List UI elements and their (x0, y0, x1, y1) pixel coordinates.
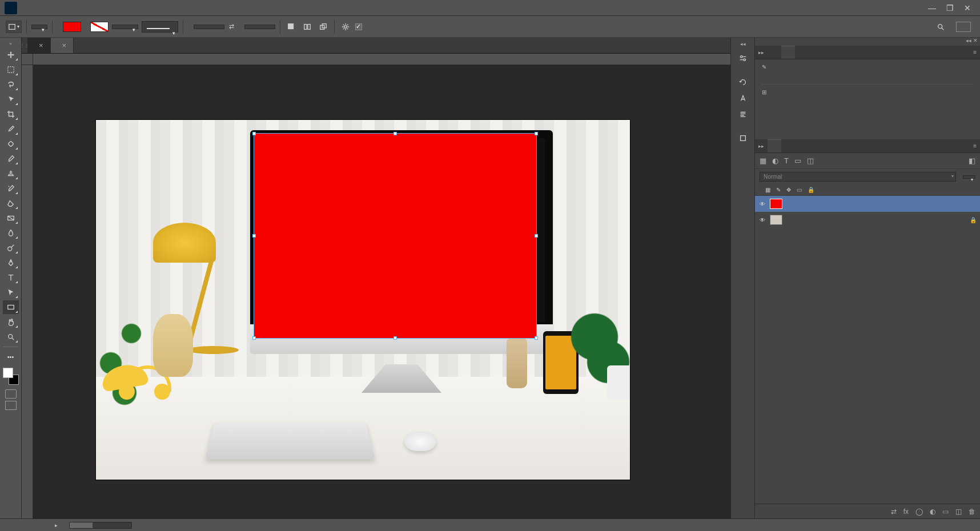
stroke-swatch[interactable] (90, 22, 109, 32)
gradient-tool[interactable] (3, 211, 19, 225)
info-panel-tab[interactable] (781, 46, 795, 59)
layer-visibility-icon[interactable]: 👁 (758, 201, 766, 207)
transform-handle-e[interactable] (535, 234, 538, 238)
history-brush-tool[interactable] (3, 182, 19, 195)
transform-handle-ne[interactable] (535, 132, 538, 135)
tools-collapse-icon[interactable]: » (8, 40, 13, 47)
blur-tool[interactable] (3, 226, 19, 240)
workspace-switcher-icon[interactable] (956, 22, 971, 32)
window-restore-icon[interactable]: ❐ (946, 3, 954, 13)
paths-panel-menu-icon[interactable]: ≡ (970, 139, 980, 152)
layer-effects-icon[interactable]: fx (903, 508, 909, 516)
type-tool[interactable] (3, 271, 19, 284)
filter-shape-icon[interactable]: ▭ (794, 156, 801, 165)
transform-handle-se[interactable] (535, 336, 538, 340)
opacity-input[interactable] (963, 175, 975, 179)
character-panel-icon[interactable] (736, 91, 750, 105)
transform-handle-sw[interactable] (252, 336, 256, 340)
tool-mode-select[interactable] (31, 25, 47, 29)
clone-stamp-tool[interactable] (3, 167, 19, 180)
crop-tool[interactable] (3, 107, 19, 121)
path-select-tool[interactable] (3, 285, 19, 299)
stroke-style-select[interactable] (142, 21, 178, 33)
close-tab-1-icon[interactable]: × (39, 41, 43, 50)
edit-toolbar-icon[interactable]: ••• (3, 350, 19, 364)
new-layer-icon[interactable]: ◫ (955, 508, 962, 516)
document-tab-1[interactable]: × (27, 38, 51, 53)
horizontal-ruler[interactable] (33, 54, 754, 65)
delete-layer-icon[interactable]: 🗑 (969, 508, 975, 516)
window-close-icon[interactable]: ✕ (964, 3, 971, 13)
quick-select-tool[interactable] (3, 92, 19, 106)
lock-transparency-icon[interactable]: ▦ (765, 187, 770, 193)
rectangle-tool[interactable] (3, 300, 19, 314)
filter-pixel-icon[interactable]: ▦ (760, 156, 766, 165)
dodge-tool[interactable] (3, 241, 19, 255)
adjustments-panel-icon[interactable] (736, 51, 750, 65)
transform-handle-n[interactable] (393, 132, 397, 135)
close-tab-2-icon[interactable]: × (62, 41, 67, 50)
adjustment-layer-icon[interactable]: ◐ (930, 508, 935, 516)
layer-thumb[interactable] (770, 215, 782, 225)
history-panel-icon[interactable] (736, 75, 750, 89)
info-panel-menu-icon[interactable]: ≡ (970, 46, 980, 59)
layer-lock-icon[interactable]: 🔒 (970, 217, 977, 223)
foreground-color[interactable] (3, 368, 13, 378)
healing-brush-tool[interactable] (3, 137, 19, 151)
hand-tool[interactable] (3, 315, 19, 329)
layer-mask-icon[interactable]: ◯ (915, 508, 923, 516)
stroke-width-input[interactable] (112, 25, 138, 29)
paths-panel-collapse-icon[interactable]: ▸▸ (755, 139, 768, 152)
lock-all-icon[interactable]: 🔒 (808, 187, 814, 193)
filter-type-icon[interactable]: T (784, 156, 789, 165)
paragraph-panel-icon[interactable] (736, 107, 750, 121)
filter-smart-icon[interactable]: ◫ (807, 156, 814, 165)
lock-artboard-icon[interactable]: ▭ (797, 187, 802, 193)
ruler-origin[interactable] (22, 54, 33, 65)
eyedropper-tool[interactable] (3, 122, 19, 136)
move-tool[interactable] (3, 48, 19, 62)
lasso-tool[interactable] (3, 78, 19, 91)
horizontal-scrollbar[interactable] (69, 522, 132, 529)
panel-group-collapse-icon[interactable]: ▸▸ (755, 46, 768, 59)
lock-position-icon[interactable]: ✥ (786, 187, 791, 193)
quick-mask-icon[interactable] (5, 389, 17, 399)
color-swatches[interactable] (3, 368, 19, 385)
rectangle-shape[interactable] (254, 134, 536, 338)
expand-panels-icon[interactable]: ◂◂ (740, 41, 746, 47)
link-layers-icon[interactable]: ⇄ (891, 508, 897, 516)
search-icon[interactable] (934, 21, 947, 33)
brushes-panel-icon[interactable] (736, 131, 750, 145)
paths-panel-tab[interactable] (768, 139, 781, 152)
vertical-ruler[interactable] (22, 65, 33, 518)
document-tab-2[interactable]: × (51, 38, 74, 53)
path-arrangement-icon[interactable] (317, 21, 330, 33)
layer-row-rectangle[interactable]: 👁 (755, 196, 980, 212)
collapse-panel-group-icon[interactable]: ◂◂ ✕ (966, 38, 978, 46)
actions-panel-tab[interactable] (768, 46, 781, 59)
layer-visibility-icon[interactable]: 👁 (758, 217, 766, 223)
blend-mode-select[interactable]: Normal (760, 172, 956, 182)
lock-pixels-icon[interactable]: ✎ (776, 187, 781, 193)
tab-grip-icon[interactable]: ⋮⋮ (22, 38, 27, 53)
active-tool-indicator[interactable]: ▾ (6, 21, 22, 33)
marquee-tool[interactable] (3, 63, 19, 77)
filter-toggle-icon[interactable]: ◧ (969, 156, 975, 165)
canvas[interactable] (96, 120, 630, 480)
transform-handle-w[interactable] (252, 234, 256, 238)
gear-icon[interactable] (339, 21, 352, 33)
path-alignment-icon[interactable] (301, 21, 314, 33)
path-operations-icon[interactable] (285, 21, 298, 33)
layer-thumb[interactable] (770, 199, 782, 209)
link-dimensions-icon[interactable]: ⇄ (229, 23, 234, 30)
filter-adjustment-icon[interactable]: ◐ (772, 156, 778, 165)
transform-handle-s[interactable] (393, 336, 397, 340)
canvas-area[interactable] (22, 54, 754, 518)
pen-tool[interactable] (3, 256, 19, 269)
zoom-tool[interactable] (3, 330, 19, 344)
height-input[interactable] (244, 25, 275, 29)
transform-handle-nw[interactable] (252, 132, 256, 135)
align-edges-checkbox[interactable] (355, 23, 362, 30)
width-input[interactable] (194, 25, 224, 29)
eraser-tool[interactable] (3, 196, 19, 210)
